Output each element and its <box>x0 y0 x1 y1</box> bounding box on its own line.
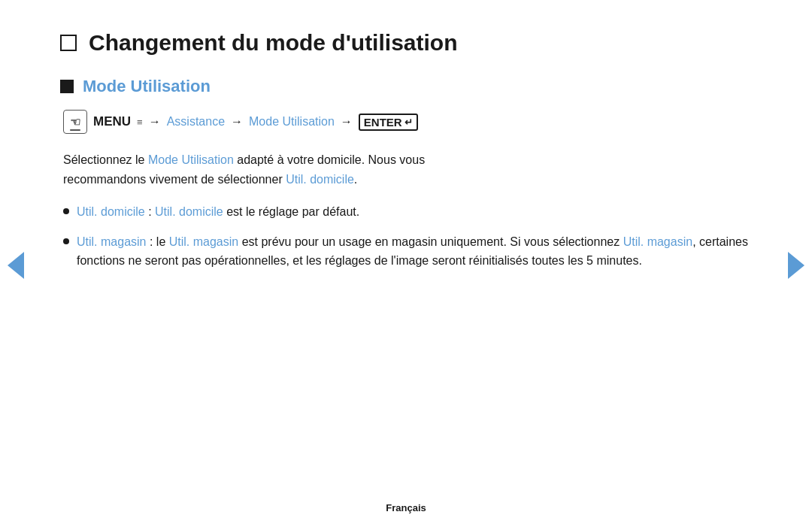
arrow-2: → <box>231 115 243 129</box>
section-square-icon <box>60 80 74 93</box>
util-domicile-label-2: Util. domicile <box>155 205 223 218</box>
arrow-1: → <box>149 115 161 129</box>
enter-icon: ENTER ↵ <box>359 114 418 131</box>
menu-icon: ☜ <box>63 110 87 134</box>
page-title: Changement du mode d'utilisation <box>89 30 457 56</box>
bullet-1-text: est le réglage par défaut. <box>223 205 359 218</box>
bullet-1-sep: : <box>145 205 155 218</box>
nav-arrow-left[interactable] <box>8 252 24 279</box>
enter-label: ENTER <box>364 116 402 129</box>
bullet-content-2: Util. magasin : le Util. magasin est pré… <box>77 232 752 271</box>
desc-plain-3: . <box>354 173 357 186</box>
bullet-2-sep1: : le <box>146 235 168 248</box>
desc-blue-domicile: Util. domicile <box>286 173 354 186</box>
menu-item-mode-utilisation: Mode Utilisation <box>249 115 335 129</box>
list-item-domicile: Util. domicile : Util. domicile est le r… <box>63 202 752 222</box>
util-magasin-label-2: Util. magasin <box>169 235 238 248</box>
checkbox-icon <box>60 35 77 51</box>
bullet-list: Util. domicile : Util. domicile est le r… <box>63 202 752 271</box>
arrow-3: → <box>341 115 353 129</box>
page-container: Changement du mode d'utilisation Mode Ut… <box>0 0 812 530</box>
menu-label: MENU <box>93 114 131 129</box>
bullet-2-text-1: est prévu pour un usage en magasin uniqu… <box>238 235 623 248</box>
section-title: Mode Utilisation <box>83 77 211 96</box>
util-domicile-label-1: Util. domicile <box>77 205 145 218</box>
footer-label: Français <box>386 502 426 513</box>
bullet-content-1: Util. domicile : Util. domicile est le r… <box>77 202 752 222</box>
menu-bars-icon: ≡ <box>137 117 143 128</box>
util-magasin-label-1: Util. magasin <box>77 235 146 248</box>
nav-arrow-right[interactable] <box>788 252 804 279</box>
list-item-magasin: Util. magasin : le Util. magasin est pré… <box>63 232 752 271</box>
enter-arrow-icon: ↵ <box>404 117 413 128</box>
menu-item-assistance: Assistance <box>167 115 225 129</box>
desc-plain-1: Sélectionnez le <box>63 153 148 166</box>
main-title-container: Changement du mode d'utilisation <box>60 30 752 56</box>
menu-path: ☜ MENU ≡ → Assistance → Mode Utilisation… <box>63 110 752 134</box>
bullet-dot-1 <box>63 208 69 214</box>
desc-blue-mode: Mode Utilisation <box>148 153 234 166</box>
util-magasin-label-3: Util. magasin <box>623 235 692 248</box>
bullet-dot-2 <box>63 238 69 244</box>
section-title-container: Mode Utilisation <box>60 77 752 96</box>
description-paragraph: Sélectionnez le Mode Utilisation adapté … <box>63 150 752 189</box>
